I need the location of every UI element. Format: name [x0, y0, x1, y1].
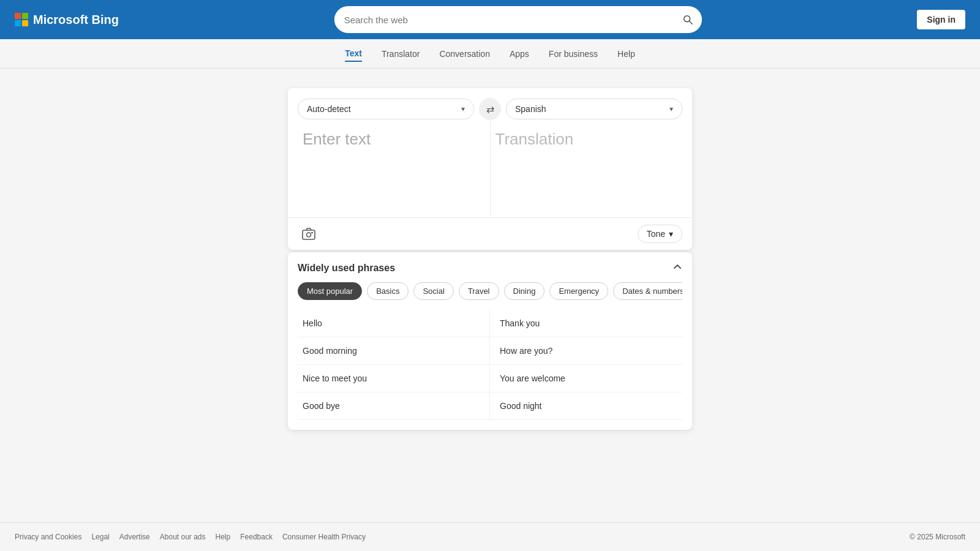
footer-link-feedback[interactable]: Feedback [240, 533, 273, 541]
target-language-selector[interactable]: Spanish ▾ [506, 99, 682, 119]
category-chips: Most popular Basics Social Travel Dining… [298, 282, 682, 300]
svg-point-0 [684, 16, 690, 22]
phrase-item[interactable]: Good morning [298, 337, 490, 365]
search-button[interactable] [674, 6, 702, 33]
nav-item-conversation[interactable]: Conversation [439, 47, 490, 61]
nav-bar: Text Translator Conversation Apps For bu… [0, 39, 980, 69]
tone-chevron-icon: ▾ [669, 229, 673, 239]
footer-link-about-ads[interactable]: About our ads [160, 533, 206, 541]
phrase-item[interactable]: Good bye [298, 392, 490, 420]
chip-emergency[interactable]: Emergency [549, 282, 608, 300]
footer-copyright: © 2025 Microsoft [910, 533, 965, 541]
phrases-header: Widely used phrases [298, 262, 682, 274]
chip-most-popular[interactable]: Most popular [298, 282, 362, 300]
camera-input-button[interactable] [298, 223, 320, 245]
main-content: Auto-detect ▾ ⇄ Spanish ▾ Enter text [0, 69, 980, 522]
footer-link-privacy[interactable]: Privacy and Cookies [15, 533, 81, 541]
source-language-chevron-icon: ▾ [461, 105, 465, 113]
search-input[interactable] [334, 15, 674, 25]
search-bar [334, 6, 702, 33]
chip-travel[interactable]: Travel [459, 282, 499, 300]
microsoft-logo-icon [15, 13, 28, 26]
footer: Privacy and Cookies Legal Advertise Abou… [0, 522, 980, 551]
output-pane: Translation [491, 120, 683, 217]
footer-link-legal[interactable]: Legal [91, 533, 109, 541]
tone-button[interactable]: Tone ▾ [638, 225, 682, 243]
tone-label: Tone [647, 229, 665, 239]
translation-placeholder: Translation [496, 130, 574, 148]
svg-line-1 [689, 21, 692, 24]
translation-area: Enter text Translation [288, 120, 692, 218]
phrases-title: Widely used phrases [298, 263, 395, 274]
footer-link-advertise[interactable]: Advertise [119, 533, 150, 541]
chip-dates-numbers[interactable]: Dates & numbers [613, 282, 682, 300]
source-language-label: Auto-detect [307, 104, 351, 114]
chip-basics[interactable]: Basics [367, 282, 409, 300]
chevron-up-icon [673, 262, 682, 272]
collapse-phrases-button[interactable] [673, 262, 682, 274]
logo-text: Microsoft Bing [33, 13, 119, 27]
swap-languages-button[interactable]: ⇄ [479, 98, 501, 120]
nav-item-text[interactable]: Text [345, 46, 362, 62]
target-language-chevron-icon: ▾ [669, 105, 673, 113]
svg-rect-2 [303, 230, 315, 239]
input-pane[interactable]: Enter text [298, 120, 491, 217]
camera-icon [301, 227, 316, 241]
nav-item-for-business[interactable]: For business [549, 47, 598, 61]
chip-dining[interactable]: Dining [504, 282, 545, 300]
search-icon [682, 14, 693, 25]
nav-item-translator[interactable]: Translator [382, 47, 420, 61]
phrases-grid: Hello Thank you Good morning How are you… [298, 310, 682, 420]
phrase-item[interactable]: Hello [298, 310, 490, 337]
header: Microsoft Bing Sign in [0, 0, 980, 39]
translator-card: Auto-detect ▾ ⇄ Spanish ▾ Enter text [288, 88, 692, 250]
search-bar-wrapper [334, 6, 702, 33]
source-language-selector[interactable]: Auto-detect ▾ [298, 99, 474, 119]
translator-toolbar: Tone ▾ [288, 218, 692, 250]
phrase-item[interactable]: Nice to meet you [298, 365, 490, 392]
language-selectors: Auto-detect ▾ ⇄ Spanish ▾ [288, 88, 692, 120]
enter-text-placeholder: Enter text [303, 130, 371, 148]
target-language-label: Spanish [515, 104, 546, 114]
nav-item-help[interactable]: Help [617, 47, 635, 61]
phrases-section: Widely used phrases Most popular Basics … [288, 252, 692, 430]
nav-item-apps[interactable]: Apps [510, 47, 529, 61]
footer-link-help[interactable]: Help [216, 533, 231, 541]
footer-link-consumer-health[interactable]: Consumer Health Privacy [282, 533, 366, 541]
phrase-item[interactable]: Good night [490, 392, 682, 420]
sign-in-button[interactable]: Sign in [917, 10, 965, 29]
phrase-item[interactable]: You are welcome [490, 365, 682, 392]
svg-point-3 [307, 233, 311, 237]
footer-links: Privacy and Cookies Legal Advertise Abou… [15, 533, 366, 541]
chip-social[interactable]: Social [413, 282, 453, 300]
svg-rect-4 [311, 232, 313, 233]
translator-wrapper: Auto-detect ▾ ⇄ Spanish ▾ Enter text [288, 88, 692, 503]
logo-area: Microsoft Bing [15, 13, 119, 27]
phrase-item[interactable]: How are you? [490, 337, 682, 365]
phrase-item[interactable]: Thank you [490, 310, 682, 337]
